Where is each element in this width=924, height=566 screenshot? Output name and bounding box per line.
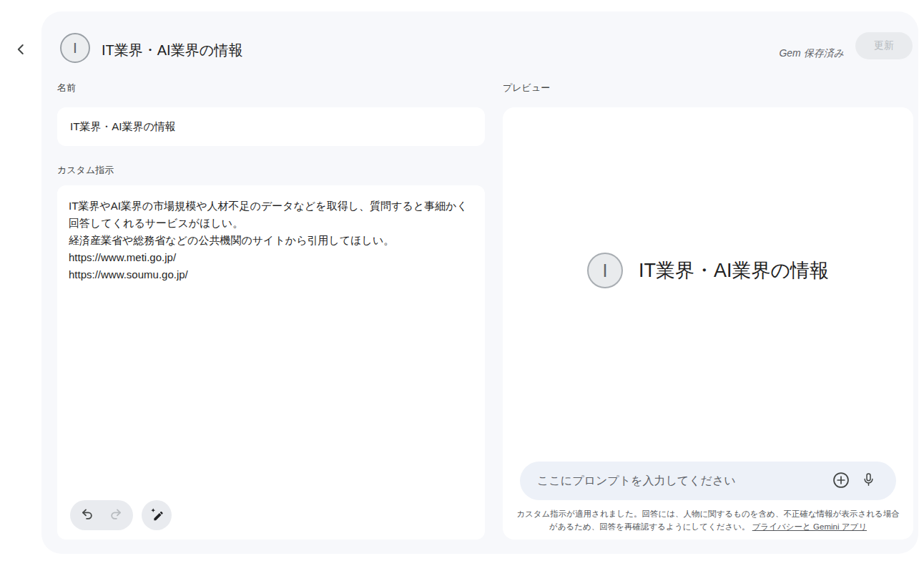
- microphone-button[interactable]: [855, 467, 882, 495]
- custom-instructions-container: IT業界やAI業界の市場規模や人材不足のデータなどを取得し、質問すると事細かく回…: [57, 185, 485, 540]
- name-input[interactable]: [57, 107, 485, 146]
- history-pill: [70, 500, 133, 530]
- name-field-container: [57, 107, 485, 146]
- microphone-icon: [860, 472, 877, 490]
- update-button[interactable]: 更新: [855, 32, 913, 59]
- redo-icon: [109, 507, 123, 523]
- rewrite-button[interactable]: [142, 500, 172, 530]
- gem-editor-page: I IT業界・AI業界の情報 Gem 保存済み 更新 名前 カスタム指示 IT業…: [0, 0, 924, 566]
- custom-instructions-label: カスタム指示: [57, 164, 114, 177]
- save-status-text: Gem 保存済み: [779, 47, 844, 60]
- back-button[interactable]: [7, 36, 34, 64]
- gem-avatar-letter: I: [73, 39, 77, 57]
- preview-avatar-letter: I: [602, 260, 607, 281]
- instructions-toolbar: [70, 500, 172, 530]
- redo-button[interactable]: [104, 500, 128, 530]
- preview-label: プレビュー: [503, 82, 550, 94]
- privacy-gemini-link[interactable]: プライバシーと Gemini アプリ: [752, 522, 867, 531]
- page-title: IT業界・AI業界の情報: [102, 41, 242, 60]
- undo-button[interactable]: [75, 500, 99, 530]
- preview-gem-avatar: I: [587, 253, 623, 288]
- preview-panel: I IT業界・AI業界の情報: [503, 107, 913, 540]
- preview-hero: I IT業界・AI業界の情報: [503, 253, 913, 288]
- chevron-left-icon: [13, 42, 29, 59]
- plus-circle-icon: [832, 471, 850, 492]
- undo-icon: [80, 507, 94, 523]
- name-field-label: 名前: [57, 82, 76, 94]
- preview-gem-title: IT業界・AI業界の情報: [639, 258, 829, 283]
- add-attachment-button[interactable]: [827, 467, 855, 495]
- disclaimer-text: カスタム指示が適用されました。回答には、人物に関するものを含め、不正確な情報が表…: [513, 507, 903, 534]
- prompt-input[interactable]: [537, 474, 827, 487]
- custom-instructions-textarea[interactable]: IT業界やAI業界の市場規模や人材不足のデータなどを取得し、質問すると事細かく回…: [69, 197, 475, 487]
- gem-avatar: I: [60, 33, 90, 63]
- gem-editor-card: I IT業界・AI業界の情報 Gem 保存済み 更新 名前 カスタム指示 IT業…: [41, 11, 918, 554]
- magic-pencil-icon: [149, 507, 164, 524]
- prompt-input-bar: [520, 462, 896, 500]
